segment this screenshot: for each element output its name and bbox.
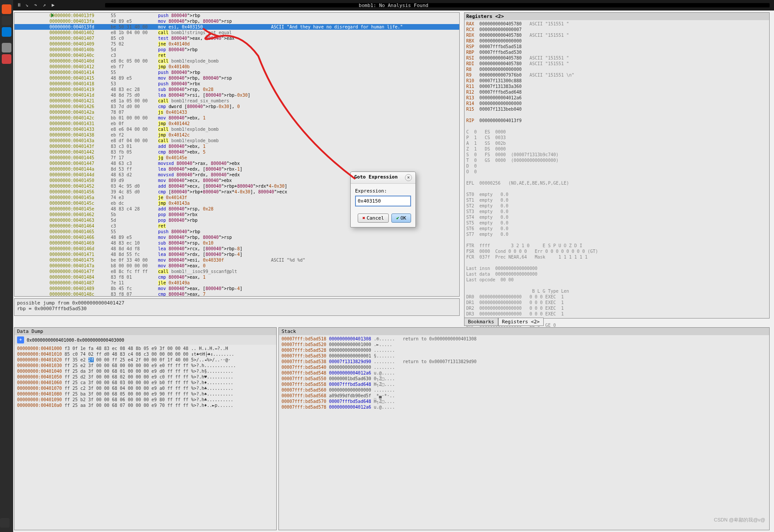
data-dump-panel[interactable]: Data Dump + 0x0000000000401000-0x0000000… [14, 327, 277, 530]
disasm-row[interactable]: 00000000:0040140975 02 jne 0x40140d [14, 41, 459, 47]
disasm-row[interactable]: 00000000:0040141455 push 800040">rbp [14, 70, 459, 75]
disasm-row[interactable]: 00000000:004013fa48 89 e5 mov 800040">rb… [14, 18, 459, 24]
ok-button[interactable]: ✔OK [391, 214, 411, 223]
title-bar: ⏸ ↘ ↷ ↗ ▶ bomb1: No Analysis Found [13, 0, 774, 10]
tab-registers[interactable]: Registers <2> [498, 318, 544, 326]
disasm-row[interactable]: 00000000:004014457f 17 jg 0x40145e [14, 155, 459, 161]
disasm-row[interactable]: 00000000:0040141d48 8d 75 d0 lea 800040"… [14, 92, 459, 98]
disasm-row[interactable]: 00000000:0040147148 8d 55 fc lea 800040"… [14, 252, 459, 257]
disasm-row[interactable]: 00000000:0040144748 63 c3 movsxd 800040"… [14, 161, 459, 166]
run-icon[interactable]: ▶ [52, 2, 58, 8]
disasm-row[interactable]: 00000000:0040147fe8 8c fc ff ff call bom… [14, 269, 459, 274]
stack-panel[interactable]: Stack 00007fff:bd5ad518 0000000000401308… [278, 327, 770, 530]
register-tabs: Bookmarks Registers <2> [464, 318, 770, 326]
launcher-app2[interactable] [2, 16, 11, 25]
disasm-row[interactable]: 00000000:0040147ab8 00 00 00 00 mov 8000… [14, 263, 459, 269]
disasm-row[interactable]: 00000000:0040140de8 0c 05 00 00 call bom… [14, 58, 459, 64]
info-panel: possible jump from 0x0000000000401427 rb… [14, 298, 460, 316]
launcher-app5[interactable] [2, 54, 11, 64]
registers-title: Registers <2> [464, 13, 769, 20]
disasm-row[interactable]: 00000000:00401433e8 e6 04 00 00 call bom… [14, 126, 459, 132]
disasm-row[interactable]: 00000000:0040148483 f8 01 cmp 800040">ea… [14, 274, 459, 280]
dump-range: 0x0000000000401000-0x0000000000403000 [27, 338, 124, 343]
disasm-row[interactable]: 00000000:0040140785 c0 test 800040">eax,… [14, 35, 459, 41]
info-line1: possible jump from 0x0000000000401427 [17, 300, 457, 306]
disasm-row[interactable]: 00000000:0040143f83 c3 01 add 800040">eb… [14, 144, 459, 149]
close-icon[interactable]: × [405, 174, 412, 181]
watermark: CSDN @卑鄙的我@v@ [714, 517, 765, 523]
disasm-row[interactable]: 00000000:0040143ae8 df 04 00 00 call bom… [14, 138, 459, 144]
disasm-row[interactable]: 00000000:0040142683 7d d0 00 cmp dword [… [14, 104, 459, 109]
disasm-row[interactable]: 00000000:00401475be 0f 33 40 00 mov 8000… [14, 257, 459, 263]
disasm-row[interactable]: 00000000:0040146555 push 800040">rbp [14, 229, 459, 234]
disasm-row[interactable]: 00000000:004013f955 push 800040">rbp [14, 13, 459, 18]
disasm-row[interactable]: 00000000:0040141853 push 800040">rbx [14, 81, 459, 87]
info-line2: rbp = 0x00007fffbd5ad530 [17, 306, 457, 312]
disasm-row[interactable]: 00000000:00401402e8 1b 04 00 00 call bom… [14, 30, 459, 35]
disasm-row[interactable]: 00000000:0040144283 fb 05 cmp 800040">eb… [14, 149, 459, 155]
disasm-row[interactable]: 00000000:00401421e8 1a 05 00 00 call bom… [14, 98, 459, 104]
disasm-row[interactable]: 00000000:00401412eb f7 jmp 0x40140b [14, 64, 459, 70]
disasm-row[interactable]: 00000000:0040148c83 f8 07 cmp 800040">ea… [14, 291, 459, 296]
tab-bookmarks[interactable]: Bookmarks [464, 318, 498, 326]
disasm-row[interactable]: 00000000:004013fdbe 50 31 40 00 mov esi,… [14, 24, 459, 30]
registers-panel[interactable]: Registers <2> RAX 0000000000405780 ASCII… [464, 12, 770, 318]
step-into-icon[interactable]: ↘ [25, 2, 32, 8]
window-title: bomb1: No Analysis Found [359, 3, 429, 8]
expression-label: Expression: [355, 188, 411, 194]
disasm-row[interactable]: 00000000:0040146648 89 e5 mov 800040">rb… [14, 234, 459, 240]
disasm-row[interactable]: 00000000:0040142cbb 01 00 00 00 mov 8000… [14, 115, 459, 121]
disasm-row[interactable]: 00000000:004014898b 45 fc mov 800040">ea… [14, 286, 459, 291]
disasm-row[interactable]: 00000000:0040146d48 8d 4d f8 lea 800040"… [14, 246, 459, 252]
goto-expression-dialog: Goto Expression × Expression: ✖Cancel ✔O… [350, 172, 416, 228]
disasm-row[interactable]: 00000000:0040142a78 07 js 0x401433 [14, 109, 459, 115]
step-over-icon[interactable]: ↷ [34, 2, 40, 8]
launcher-trash[interactable] [0, 518, 10, 528]
disasm-row[interactable]: 00000000:00401438eb f2 jmp 0x40142c [14, 132, 459, 138]
expression-input[interactable] [355, 196, 411, 206]
launcher-app3[interactable] [2, 27, 11, 37]
launcher-app4[interactable] [2, 43, 11, 52]
dialog-title: Goto Expression [354, 174, 398, 181]
disasm-row[interactable]: 00000000:0040140cc3 ret [14, 52, 459, 58]
add-dump-button[interactable]: + [17, 336, 24, 343]
launcher [0, 0, 13, 532]
disasm-row[interactable]: 00000000:004014877e 11 jle 0x40149a [14, 280, 459, 286]
launcher-app1[interactable] [2, 4, 11, 14]
disasm-row[interactable]: 00000000:0040141548 89 e5 mov 800040">rb… [14, 75, 459, 81]
cancel-button[interactable]: ✖Cancel [358, 214, 389, 223]
dump-title: Data Dump [14, 328, 276, 335]
disasm-row[interactable]: 00000000:00401431eb 0f jmp 0x401442 [14, 121, 459, 126]
disasm-row[interactable]: 00000000:0040140b5d pop 800040">rbp [14, 47, 459, 52]
stack-title: Stack [279, 328, 769, 335]
step-out-icon[interactable]: ↗ [43, 2, 49, 8]
disasm-row[interactable]: 00000000:0040141948 83 ec 28 sub 800040"… [14, 87, 459, 92]
progress-bar[interactable] [105, 3, 770, 7]
disasm-row[interactable]: 00000000:0040146948 83 ec 10 sub 800040"… [14, 240, 459, 246]
pause-icon[interactable]: ⏸ [17, 2, 23, 8]
disassembly-panel[interactable]: 00000000:004013f955 push 800040">rbp0000… [14, 12, 460, 297]
